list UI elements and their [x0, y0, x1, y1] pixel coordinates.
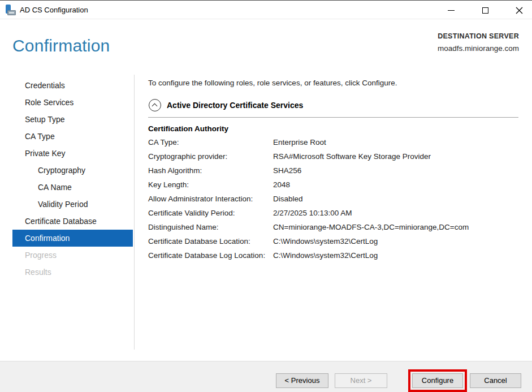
- detail-row-key-length: Key Length: 2048: [148, 179, 519, 193]
- previous-button[interactable]: < Previous: [276, 373, 328, 388]
- configure-button[interactable]: Configure: [412, 373, 463, 388]
- close-icon: [516, 7, 523, 14]
- destination-server-value: moadfs.miniorange.com: [438, 44, 519, 53]
- detail-value: 2/27/2025 10:13:00 AM: [273, 208, 519, 219]
- detail-value: C:\Windows\system32\CertLog: [273, 236, 519, 247]
- sidebar-item-confirmation[interactable]: Confirmation: [12, 230, 133, 247]
- sidebar-item-role-services[interactable]: Role Services: [12, 94, 133, 111]
- next-button[interactable]: Next >: [335, 373, 387, 388]
- sidebar-item-validity-period[interactable]: Validity Period: [12, 196, 133, 213]
- detail-value: CN=miniorange-MOADFS-CA-3,DC=miniorange,…: [273, 222, 519, 233]
- detail-row-admin-interaction: Allow Administrator Interaction: Disable…: [148, 193, 519, 208]
- detail-row-validity-period: Certificate Validity Period: 2/27/2025 1…: [148, 208, 519, 222]
- confirmation-details: CA Type: Enterprise Root Cryptographic p…: [148, 137, 519, 264]
- detail-label: Distinguished Name:: [148, 222, 273, 233]
- collapse-section-button[interactable]: [149, 99, 161, 111]
- detail-label: Certificate Database Log Location:: [148, 250, 273, 261]
- role-section-header: Active Directory Certificate Services: [149, 99, 303, 111]
- section-rule: [148, 117, 518, 118]
- wizard-footer: < Previous Next > Configure Cancel: [0, 361, 532, 392]
- server-manager-icon: [5, 5, 16, 16]
- window-title: AD CS Configuration: [20, 6, 88, 14]
- confirmation-intro-text: To configure the following roles, role s…: [148, 79, 519, 87]
- title-bar: AD CS Configuration: [0, 1, 532, 19]
- detail-value: 2048: [273, 179, 519, 191]
- close-button[interactable]: [511, 3, 527, 18]
- detail-label: Allow Administrator Interaction:: [148, 193, 273, 205]
- detail-label: Hash Algorithm:: [148, 165, 273, 176]
- minimize-icon: [448, 10, 455, 11]
- role-section-title: Active Directory Certificate Services: [167, 101, 303, 110]
- chevron-up-icon: [152, 104, 158, 109]
- detail-label: CA Type:: [148, 137, 273, 148]
- detail-row-db-location: Certificate Database Location: C:\Window…: [148, 236, 519, 250]
- sidebar-item-setup-type[interactable]: Setup Type: [12, 111, 133, 128]
- destination-server-label: DESTINATION SERVER: [438, 32, 519, 40]
- sidebar-item-ca-name[interactable]: CA Name: [12, 179, 133, 196]
- detail-row-cryptographic-provider: Cryptographic provider: RSA#Microsoft So…: [148, 151, 519, 165]
- sidebar-item-cryptography[interactable]: Cryptography: [12, 162, 133, 179]
- maximize-button[interactable]: [477, 3, 493, 18]
- detail-row-hash-algorithm: Hash Algorithm: SHA256: [148, 165, 519, 179]
- detail-row-distinguished-name: Distinguished Name: CN=miniorange-MOADFS…: [148, 222, 519, 236]
- sidebar-item-progress: Progress: [12, 247, 133, 264]
- page-title: Confirmation: [12, 36, 110, 55]
- sidebar-item-private-key[interactable]: Private Key: [12, 145, 133, 162]
- sidebar-item-certificate-database[interactable]: Certificate Database: [12, 213, 133, 230]
- cancel-button[interactable]: Cancel: [470, 373, 521, 388]
- sidebar-content-divider: [134, 75, 135, 350]
- minimize-button[interactable]: [443, 3, 459, 18]
- wizard-nav: Credentials Role Services Setup Type CA …: [12, 77, 133, 281]
- detail-row-db-log-location: Certificate Database Log Location: C:\Wi…: [148, 250, 519, 264]
- maximize-icon: [482, 7, 488, 14]
- sidebar-item-ca-type[interactable]: CA Type: [12, 128, 133, 145]
- detail-label: Certificate Validity Period:: [148, 208, 273, 219]
- detail-row-ca-type: CA Type: Enterprise Root: [148, 137, 519, 151]
- detail-label: Certificate Database Location:: [148, 236, 273, 247]
- detail-value: C:\Windows\system32\CertLog: [273, 250, 519, 261]
- detail-label: Cryptographic provider:: [148, 151, 273, 162]
- configure-highlight-annotation: Configure: [408, 369, 467, 392]
- detail-label: Key Length:: [148, 179, 273, 191]
- detail-value: RSA#Microsoft Software Key Storage Provi…: [273, 151, 519, 162]
- sidebar-item-credentials[interactable]: Credentials: [12, 77, 133, 94]
- detail-value: Disabled: [273, 193, 519, 205]
- destination-server-block: DESTINATION SERVER moadfs.miniorange.com: [438, 32, 519, 53]
- detail-value: SHA256: [273, 165, 519, 176]
- sidebar-item-results: Results: [12, 264, 133, 281]
- detail-value: Enterprise Root: [273, 137, 519, 148]
- group-title: Certification Authority: [148, 124, 228, 133]
